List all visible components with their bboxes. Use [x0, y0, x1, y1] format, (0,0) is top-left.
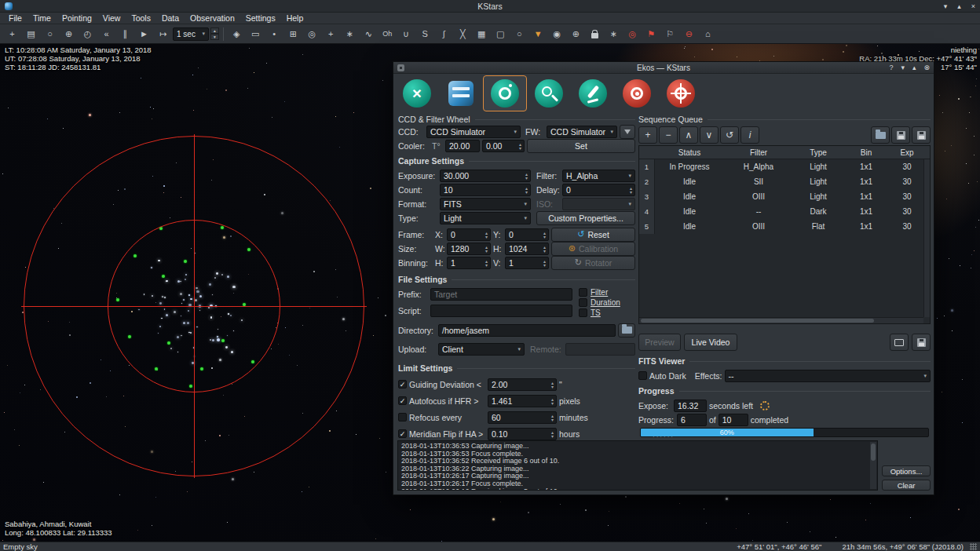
size-w-input[interactable]: 1280	[447, 243, 491, 255]
zoom-icon[interactable]: ○	[41, 26, 59, 42]
table-vertical-scrollbar[interactable]	[923, 159, 930, 317]
autofocus-hfr-checkbox[interactable]	[398, 396, 407, 405]
scrollbar-thumb[interactable]	[871, 443, 876, 461]
sequence-row-5[interactable]: 5 Idle OIII Flat 1x1 30	[639, 219, 930, 234]
autofocus-hfr-input[interactable]: 1.461	[488, 395, 557, 407]
log-view[interactable]: 2018-01-13T10:36:53 Capturing image... 2…	[397, 440, 878, 491]
bin-v-input[interactable]: 1	[505, 257, 549, 269]
format-select[interactable]: FITS	[440, 198, 531, 210]
clear-button[interactable]: Clear	[882, 480, 931, 491]
directory-input[interactable]: /home/jasem	[438, 324, 616, 337]
guiding-deviation-input[interactable]: 2.00	[488, 378, 557, 391]
col-type[interactable]: Type	[793, 146, 843, 159]
equatorial-grid-icon[interactable]: ╳	[454, 26, 472, 42]
window-titlebar[interactable]: KStars ▾ ▴ ×	[0, 0, 980, 13]
frame-y-input[interactable]: 0	[505, 228, 549, 241]
red-flag-icon[interactable]: ⚑	[642, 26, 660, 42]
hips-overlay-icon[interactable]: •	[265, 26, 283, 42]
tab-setup[interactable]: ✕	[395, 75, 439, 111]
job-up-button[interactable]: ∧	[679, 126, 698, 144]
duration-checkbox[interactable]	[579, 298, 587, 307]
menu-item-data[interactable]: Data	[156, 13, 185, 23]
tab-scheduler[interactable]	[439, 75, 483, 111]
size-h-input[interactable]: 1024	[505, 243, 549, 255]
minus-circle-icon[interactable]: ⊖	[680, 26, 698, 42]
filter-checkbox[interactable]	[579, 288, 587, 297]
resize-grip[interactable]	[970, 543, 977, 550]
minimize-button[interactable]: ▾	[901, 64, 905, 71]
time-play-icon[interactable]: ►	[135, 26, 153, 42]
milky-way-icon[interactable]: ○	[510, 26, 528, 42]
refocus-every-input[interactable]: 60	[488, 411, 557, 424]
job-down-button[interactable]: ∨	[700, 126, 719, 144]
col-filter[interactable]: Filter	[724, 146, 793, 159]
live-video-button[interactable]: Live Video	[684, 334, 737, 351]
prefix-input[interactable]: Target	[430, 288, 572, 301]
table-horizontal-scrollbar[interactable]	[639, 317, 923, 323]
globe-icon[interactable]: ⊕	[60, 26, 78, 42]
auto-dark-checkbox[interactable]	[638, 371, 647, 380]
ecliptic-icon[interactable]: S	[416, 26, 434, 42]
browse-directory-button[interactable]	[618, 323, 635, 338]
set-temperature-button[interactable]: Set	[527, 139, 635, 153]
sequence-row-4[interactable]: 4 Idle -- Dark 1x1 30	[639, 204, 930, 219]
menu-item-settings[interactable]: Settings	[240, 13, 281, 23]
track-object-icon[interactable]: ◎	[623, 26, 642, 42]
close-button[interactable]: ×	[971, 2, 975, 10]
effects-select[interactable]: --	[725, 370, 931, 382]
time-reverse-icon[interactable]: «	[97, 26, 115, 42]
reset-frame-button[interactable]: ↺Reset	[551, 228, 635, 242]
maximize-button[interactable]: ▴	[912, 64, 916, 71]
menu-item-tools[interactable]: Tools	[126, 13, 156, 23]
eye-icon[interactable]: ◉	[548, 26, 566, 42]
time-step-icon[interactable]: ↦	[154, 26, 172, 42]
delay-input[interactable]: 0	[562, 184, 635, 196]
display-fits-button[interactable]	[890, 334, 909, 351]
lock-position-icon[interactable]	[586, 26, 604, 42]
fov-symbol-icon[interactable]: ▭	[247, 26, 265, 42]
col-exp[interactable]: Exp	[889, 146, 925, 159]
find-object-icon[interactable]: ◈	[228, 26, 246, 42]
col-bin[interactable]: Bin	[843, 146, 889, 159]
save-fits-button[interactable]	[912, 334, 931, 351]
add-job-button[interactable]: +	[638, 126, 657, 144]
tab-capture[interactable]	[483, 75, 527, 111]
filter-manager-button[interactable]	[620, 125, 635, 139]
constellation-lines-icon[interactable]: ∿	[360, 26, 378, 42]
job-info-button[interactable]: i	[740, 126, 759, 144]
minimize-button[interactable]: ▾	[944, 2, 948, 10]
time-now-icon[interactable]: ◴	[79, 26, 97, 42]
upload-select[interactable]: Client	[438, 343, 525, 356]
tab-focus[interactable]	[527, 75, 571, 111]
geo-coordinates-icon[interactable]: ⊕	[567, 26, 585, 42]
bin-h-input[interactable]: 1	[447, 257, 491, 269]
time-stop-icon[interactable]: ∥	[116, 26, 134, 42]
fw-select[interactable]: CCD Simulator	[547, 126, 617, 138]
frame-x-input[interactable]: 0	[447, 228, 491, 241]
ccd-select[interactable]: CCD Simulator	[426, 126, 521, 138]
sequence-row-1[interactable]: 1 In Progress H_Alpha Light 1x1 30	[639, 159, 930, 174]
settings-gear-icon[interactable]: ∗	[341, 26, 359, 42]
tab-align[interactable]	[615, 75, 659, 111]
ts-checkbox[interactable]	[579, 308, 587, 317]
supernovae-icon[interactable]: ∗	[605, 26, 623, 42]
log-scrollbar[interactable]	[870, 442, 876, 489]
count-input[interactable]: 10	[440, 184, 531, 196]
temperature-target-input[interactable]: 0.00	[482, 140, 525, 152]
tab-guide[interactable]	[659, 75, 703, 111]
save-sequence-button[interactable]	[891, 126, 910, 144]
open-sequence-button[interactable]	[871, 126, 890, 144]
custom-properties-button[interactable]: Custom Properties...	[536, 211, 635, 225]
constellation-names-icon[interactable]: Oh	[378, 26, 397, 42]
remove-job-button[interactable]: −	[659, 126, 678, 144]
splitter-handle[interactable]: ······	[393, 433, 934, 440]
add-object-icon[interactable]: +	[322, 26, 340, 42]
time-step-combo[interactable]: 1 sec	[173, 27, 209, 41]
constellation-bounds-icon[interactable]: ∪	[397, 26, 415, 42]
pan-sky-icon[interactable]: +	[3, 26, 21, 42]
menu-item-help[interactable]: Help	[281, 13, 309, 23]
filter-select[interactable]: H_Alpha	[562, 170, 635, 182]
type-select[interactable]: Light	[440, 212, 531, 224]
sequence-row-2[interactable]: 2 Idle SII Light 1x1 30	[639, 174, 930, 189]
tab-mount[interactable]	[571, 75, 615, 111]
